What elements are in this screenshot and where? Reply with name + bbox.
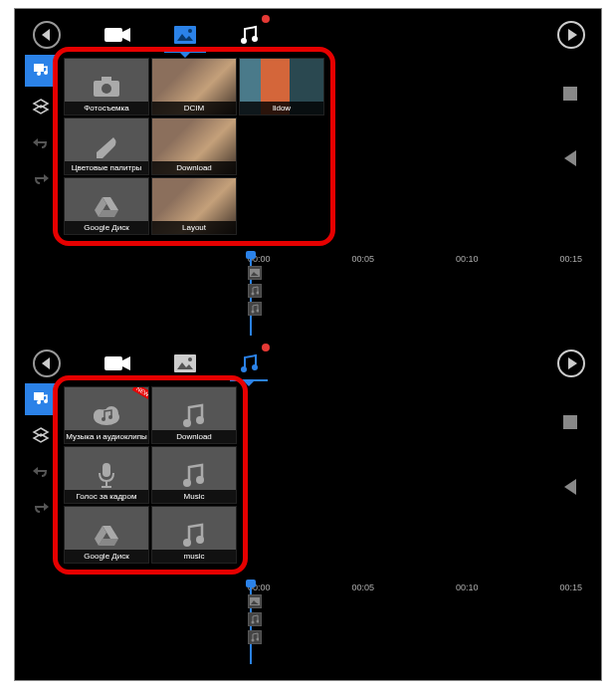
svg-point-31 (241, 366, 247, 372)
tile-camera[interactable]: Фотосъемка (64, 58, 149, 116)
svg-point-9 (44, 71, 48, 75)
svg-point-50 (183, 479, 191, 487)
svg-point-5 (241, 38, 247, 44)
media-layers-icon (32, 390, 50, 408)
svg-marker-12 (33, 138, 38, 146)
tile-label: Download (152, 430, 236, 443)
drive-icon (93, 523, 120, 547)
play-button[interactable] (557, 349, 585, 377)
tile-label: Музыка и аудиоклипы (65, 430, 148, 443)
track-music-icon (248, 612, 262, 626)
folder-grid: NEW Музыка и аудиоклипы Download Голос з… (64, 386, 237, 564)
tile-label: Фотосъемка (65, 102, 148, 115)
new-badge: NEW (132, 386, 149, 400)
time-mark: 00:15 (560, 254, 583, 264)
tile-label: Music (152, 490, 236, 503)
music-icon (240, 25, 258, 45)
undo-icon (32, 464, 50, 478)
music-icon (240, 353, 258, 373)
tile-lidow[interactable]: lidow (239, 58, 324, 116)
undo-icon (32, 135, 50, 149)
timeline[interactable]: 00:00 00:05 00:10 00:15 (25, 254, 591, 336)
time-mark: 00:05 (352, 582, 375, 592)
panel-music-browser: NEW Музыка и аудиоклипы Download Голос з… (25, 346, 591, 662)
svg-point-25 (257, 310, 260, 313)
tile-cloud-music[interactable]: NEW Музыка и аудиоклипы (64, 386, 149, 444)
svg-marker-13 (44, 174, 49, 182)
tile-music-lower[interactable]: music (151, 506, 237, 564)
tile-music-folder[interactable]: Music (151, 446, 237, 504)
back-button[interactable] (33, 21, 61, 49)
svg-marker-39 (44, 503, 49, 511)
time-mark: 00:10 (456, 254, 479, 264)
svg-point-59 (252, 621, 255, 624)
svg-point-22 (252, 293, 255, 296)
prev-marker-button[interactable] (564, 150, 576, 166)
back-button[interactable] (33, 349, 61, 377)
panel-image-browser: Фотосъемка DCIM lidow Цветовые палитры D… (25, 17, 591, 334)
tile-palette[interactable]: Цветовые палитры (64, 117, 149, 175)
image-icon (174, 26, 196, 44)
tile-download[interactable]: Download (151, 117, 237, 175)
redo-icon (32, 171, 50, 185)
svg-point-34 (37, 400, 41, 404)
svg-marker-38 (33, 467, 38, 475)
cloud-music-icon (92, 403, 121, 427)
track-image-icon (248, 594, 262, 608)
svg-point-46 (196, 416, 204, 424)
tile-label: Цветовые палитры (65, 161, 148, 174)
track-music-icon (248, 284, 262, 298)
drive-icon (93, 194, 120, 218)
play-button[interactable] (557, 21, 585, 49)
svg-point-55 (183, 539, 191, 547)
palette-icon (93, 134, 120, 158)
folder-grid: Фотосъемка DCIM lidow Цветовые палитры D… (64, 58, 324, 235)
tile-voiceover[interactable]: Голос за кадром (64, 446, 149, 504)
tile-label: lidow (240, 102, 323, 115)
tile-label: Google Диск (65, 221, 148, 234)
tile-download-music[interactable]: Download (151, 386, 237, 444)
time-mark: 00:10 (456, 582, 479, 592)
tile-label: Google Диск (65, 550, 148, 563)
tile-dcim[interactable]: DCIM (151, 58, 237, 116)
svg-point-43 (102, 417, 105, 421)
svg-point-35 (44, 399, 48, 403)
svg-marker-27 (122, 356, 130, 370)
layers-icon (32, 426, 50, 444)
notification-dot (262, 15, 270, 23)
tile-label: music (152, 550, 236, 563)
tile-label: DCIM (152, 102, 236, 115)
svg-point-44 (108, 415, 112, 419)
tab-music[interactable] (240, 346, 258, 381)
svg-point-45 (183, 419, 191, 427)
tile-label: Layout (152, 221, 236, 234)
svg-point-24 (252, 311, 255, 314)
video-icon (104, 26, 130, 44)
svg-point-32 (252, 364, 258, 370)
svg-point-62 (257, 638, 260, 641)
tile-label: Download (152, 161, 236, 174)
svg-point-51 (196, 476, 204, 484)
camera-icon (92, 75, 121, 99)
tile-gdrive[interactable]: Google Диск (64, 506, 149, 564)
svg-rect-47 (103, 463, 110, 477)
svg-marker-1 (122, 28, 130, 42)
prev-marker-button[interactable] (564, 479, 576, 495)
svg-point-4 (188, 29, 192, 33)
svg-rect-28 (174, 354, 196, 372)
notification-dot (262, 344, 270, 351)
svg-point-30 (188, 357, 192, 361)
redo-icon (32, 500, 50, 514)
svg-rect-26 (104, 356, 122, 370)
tile-layout[interactable]: Layout (151, 177, 237, 235)
svg-point-60 (257, 620, 260, 623)
svg-rect-15 (102, 77, 111, 82)
time-mark: 00:15 (560, 582, 583, 592)
video-icon (104, 354, 130, 372)
tile-gdrive[interactable]: Google Диск (64, 177, 149, 235)
music-note-icon (182, 461, 206, 489)
svg-rect-0 (104, 28, 122, 42)
stop-button[interactable] (563, 87, 577, 101)
timeline[interactable]: 00:00 00:05 00:10 00:15 (25, 582, 591, 664)
stop-button[interactable] (563, 415, 577, 429)
